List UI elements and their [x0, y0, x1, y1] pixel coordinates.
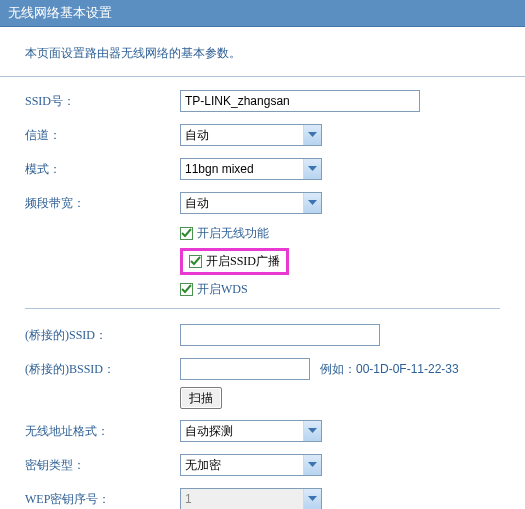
wep-index-select-value: 1	[181, 489, 303, 509]
wds-settings-section: (桥接的)SSID： (桥接的)BSSID： 例如：00-1D-0F-11-22…	[0, 323, 525, 509]
enable-wireless-label: 开启无线功能	[197, 225, 269, 242]
page-title: 无线网络基本设置	[0, 0, 525, 27]
chevron-down-icon	[303, 193, 321, 213]
key-type-select-value: 无加密	[181, 455, 303, 475]
chevron-down-icon	[303, 125, 321, 145]
wep-index-select[interactable]: 1	[180, 488, 322, 509]
enable-wireless-checkbox[interactable]	[180, 227, 193, 240]
scan-button[interactable]: 扫描	[180, 387, 222, 409]
bridge-bssid-label: (桥接的)BSSID：	[25, 361, 180, 378]
bandwidth-select[interactable]: 自动	[180, 192, 322, 214]
enable-wds-label: 开启WDS	[197, 281, 248, 298]
bandwidth-select-value: 自动	[181, 193, 303, 213]
chevron-down-icon	[303, 159, 321, 179]
addr-format-label: 无线地址格式：	[25, 423, 180, 440]
mode-select-value: 11bgn mixed	[181, 159, 303, 179]
bridge-ssid-input[interactable]	[180, 324, 380, 346]
svg-marker-3	[308, 428, 317, 433]
bandwidth-label: 频段带宽：	[25, 195, 180, 212]
addr-format-select[interactable]: 自动探测	[180, 420, 322, 442]
ssid-input[interactable]	[180, 90, 420, 112]
check-icon	[190, 256, 201, 267]
chevron-down-icon	[303, 421, 321, 441]
channel-select-value: 自动	[181, 125, 303, 145]
chevron-down-icon	[303, 455, 321, 475]
svg-marker-4	[308, 462, 317, 467]
key-type-select[interactable]: 无加密	[180, 454, 322, 476]
wep-index-label: WEP密钥序号：	[25, 491, 180, 508]
addr-format-select-value: 自动探测	[181, 421, 303, 441]
page-instruction: 本页面设置路由器无线网络的基本参数。	[0, 27, 525, 77]
wireless-settings-panel: 无线网络基本设置 本页面设置路由器无线网络的基本参数。 SSID号： 信道： 自…	[0, 0, 525, 509]
ssid-broadcast-highlight: 开启SSID广播	[180, 248, 289, 275]
check-icon	[181, 284, 192, 295]
enable-wds-checkbox[interactable]	[180, 283, 193, 296]
ssid-label: SSID号：	[25, 93, 180, 110]
mode-label: 模式：	[25, 161, 180, 178]
bridge-bssid-input[interactable]	[180, 358, 310, 380]
enable-ssid-broadcast-checkbox[interactable]	[189, 255, 202, 268]
mode-select[interactable]: 11bgn mixed	[180, 158, 322, 180]
check-icon	[181, 228, 192, 239]
bridge-ssid-label: (桥接的)SSID：	[25, 327, 180, 344]
channel-label: 信道：	[25, 127, 180, 144]
section-divider	[25, 308, 500, 309]
basic-settings-section: SSID号： 信道： 自动 模式： 11bgn mixed 频段带宽：	[0, 77, 525, 298]
svg-marker-5	[308, 496, 317, 501]
key-type-label: 密钥类型：	[25, 457, 180, 474]
channel-select[interactable]: 自动	[180, 124, 322, 146]
svg-marker-1	[308, 166, 317, 171]
svg-marker-2	[308, 200, 317, 205]
enable-ssid-broadcast-label: 开启SSID广播	[206, 253, 280, 270]
chevron-down-icon	[303, 489, 321, 509]
svg-marker-0	[308, 132, 317, 137]
bssid-hint: 例如：00-1D-0F-11-22-33	[320, 361, 459, 378]
